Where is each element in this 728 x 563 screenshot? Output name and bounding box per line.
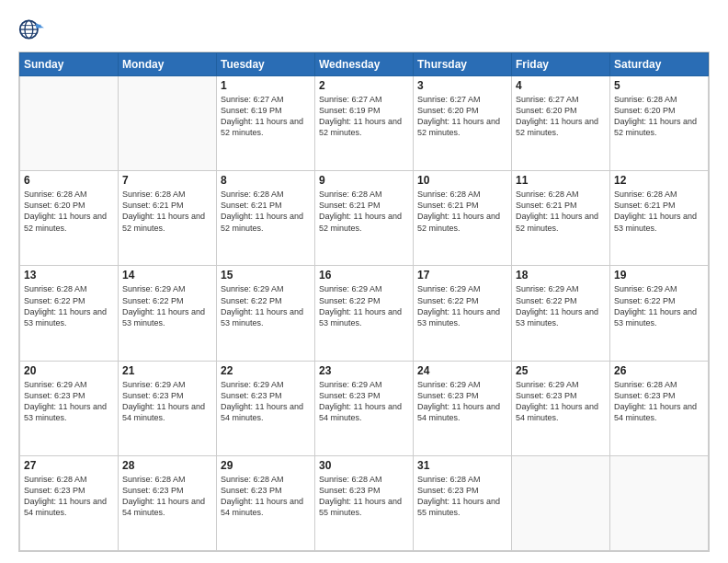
day-number: 1 <box>221 79 311 92</box>
day-info: Sunrise: 6:28 AM Sunset: 6:23 PM Dayligh… <box>122 474 212 519</box>
day-number: 8 <box>221 174 311 187</box>
day-info: Sunrise: 6:28 AM Sunset: 6:23 PM Dayligh… <box>24 474 114 519</box>
day-number: 11 <box>516 174 606 187</box>
day-info: Sunrise: 6:28 AM Sunset: 6:21 PM Dayligh… <box>417 189 507 234</box>
logo <box>18 17 50 42</box>
day-info: Sunrise: 6:29 AM Sunset: 6:23 PM Dayligh… <box>122 379 212 424</box>
calendar-cell <box>20 76 119 171</box>
calendar-cell: 11Sunrise: 6:28 AM Sunset: 6:21 PM Dayli… <box>512 171 610 266</box>
day-info: Sunrise: 6:27 AM Sunset: 6:20 PM Dayligh… <box>417 94 507 139</box>
calendar-cell: 27Sunrise: 6:28 AM Sunset: 6:23 PM Dayli… <box>20 455 119 550</box>
day-number: 21 <box>122 364 212 377</box>
day-number: 14 <box>122 269 212 282</box>
weekday-header: Thursday <box>414 53 512 76</box>
day-info: Sunrise: 6:29 AM Sunset: 6:23 PM Dayligh… <box>319 379 409 424</box>
calendar-cell: 21Sunrise: 6:29 AM Sunset: 6:23 PM Dayli… <box>119 361 217 455</box>
day-number: 20 <box>24 364 114 377</box>
calendar-cell: 14Sunrise: 6:29 AM Sunset: 6:22 PM Dayli… <box>119 266 217 361</box>
calendar-cell: 23Sunrise: 6:29 AM Sunset: 6:23 PM Dayli… <box>315 361 414 455</box>
calendar-cell: 2Sunrise: 6:27 AM Sunset: 6:19 PM Daylig… <box>315 76 414 171</box>
calendar-cell: 17Sunrise: 6:29 AM Sunset: 6:22 PM Dayli… <box>414 266 512 361</box>
day-number: 26 <box>614 364 704 377</box>
calendar-cell: 25Sunrise: 6:29 AM Sunset: 6:23 PM Dayli… <box>512 361 610 455</box>
day-info: Sunrise: 6:29 AM Sunset: 6:22 PM Dayligh… <box>417 283 507 328</box>
calendar-cell: 12Sunrise: 6:28 AM Sunset: 6:21 PM Dayli… <box>610 171 709 266</box>
day-number: 6 <box>24 174 114 187</box>
day-number: 17 <box>417 269 507 282</box>
day-info: Sunrise: 6:27 AM Sunset: 6:19 PM Dayligh… <box>221 94 311 139</box>
day-number: 5 <box>614 79 704 92</box>
day-info: Sunrise: 6:28 AM Sunset: 6:23 PM Dayligh… <box>417 474 507 519</box>
calendar-cell: 15Sunrise: 6:29 AM Sunset: 6:22 PM Dayli… <box>217 266 315 361</box>
logo-icon <box>18 17 44 42</box>
day-number: 31 <box>417 459 507 472</box>
calendar-cell: 7Sunrise: 6:28 AM Sunset: 6:21 PM Daylig… <box>119 171 217 266</box>
day-info: Sunrise: 6:28 AM Sunset: 6:20 PM Dayligh… <box>614 94 704 139</box>
day-info: Sunrise: 6:29 AM Sunset: 6:22 PM Dayligh… <box>516 283 606 328</box>
calendar-cell: 8Sunrise: 6:28 AM Sunset: 6:21 PM Daylig… <box>217 171 315 266</box>
day-number: 22 <box>221 364 311 377</box>
calendar-cell: 30Sunrise: 6:28 AM Sunset: 6:23 PM Dayli… <box>315 455 414 550</box>
day-number: 9 <box>319 174 409 187</box>
weekday-header: Monday <box>119 53 217 76</box>
week-row: 20Sunrise: 6:29 AM Sunset: 6:23 PM Dayli… <box>20 361 709 455</box>
weekday-header: Tuesday <box>217 53 315 76</box>
calendar-table: SundayMondayTuesdayWednesdayThursdayFrid… <box>19 52 709 551</box>
calendar-cell: 9Sunrise: 6:28 AM Sunset: 6:21 PM Daylig… <box>315 171 414 266</box>
svg-rect-7 <box>36 25 40 29</box>
day-number: 15 <box>221 269 311 282</box>
calendar-cell: 10Sunrise: 6:28 AM Sunset: 6:21 PM Dayli… <box>414 171 512 266</box>
calendar-cell: 26Sunrise: 6:28 AM Sunset: 6:23 PM Dayli… <box>610 361 709 455</box>
day-info: Sunrise: 6:28 AM Sunset: 6:21 PM Dayligh… <box>221 189 311 234</box>
calendar-cell: 13Sunrise: 6:28 AM Sunset: 6:22 PM Dayli… <box>20 266 119 361</box>
calendar-cell: 4Sunrise: 6:27 AM Sunset: 6:20 PM Daylig… <box>512 76 610 171</box>
day-info: Sunrise: 6:28 AM Sunset: 6:23 PM Dayligh… <box>221 474 311 519</box>
day-number: 13 <box>24 269 114 282</box>
day-number: 10 <box>417 174 507 187</box>
day-info: Sunrise: 6:28 AM Sunset: 6:20 PM Dayligh… <box>24 189 114 234</box>
day-info: Sunrise: 6:29 AM Sunset: 6:23 PM Dayligh… <box>221 379 311 424</box>
page: SundayMondayTuesdayWednesdayThursdayFrid… <box>0 0 728 563</box>
day-info: Sunrise: 6:28 AM Sunset: 6:21 PM Dayligh… <box>122 189 212 234</box>
weekday-header: Sunday <box>20 53 119 76</box>
day-info: Sunrise: 6:29 AM Sunset: 6:22 PM Dayligh… <box>221 283 311 328</box>
calendar-cell: 19Sunrise: 6:29 AM Sunset: 6:22 PM Dayli… <box>610 266 709 361</box>
calendar-cell: 3Sunrise: 6:27 AM Sunset: 6:20 PM Daylig… <box>414 76 512 171</box>
calendar-cell: 16Sunrise: 6:29 AM Sunset: 6:22 PM Dayli… <box>315 266 414 361</box>
day-number: 24 <box>417 364 507 377</box>
day-info: Sunrise: 6:29 AM Sunset: 6:23 PM Dayligh… <box>516 379 606 424</box>
day-number: 4 <box>516 79 606 92</box>
day-info: Sunrise: 6:27 AM Sunset: 6:20 PM Dayligh… <box>516 94 606 139</box>
day-number: 19 <box>614 269 704 282</box>
day-info: Sunrise: 6:29 AM Sunset: 6:22 PM Dayligh… <box>614 283 704 328</box>
week-row: 13Sunrise: 6:28 AM Sunset: 6:22 PM Dayli… <box>20 266 709 361</box>
calendar-cell <box>610 455 709 550</box>
day-info: Sunrise: 6:28 AM Sunset: 6:21 PM Dayligh… <box>614 189 704 234</box>
day-info: Sunrise: 6:28 AM Sunset: 6:23 PM Dayligh… <box>614 379 704 424</box>
weekday-header: Wednesday <box>315 53 414 76</box>
day-number: 2 <box>319 79 409 92</box>
calendar-cell: 22Sunrise: 6:29 AM Sunset: 6:23 PM Dayli… <box>217 361 315 455</box>
weekday-header-row: SundayMondayTuesdayWednesdayThursdayFrid… <box>20 53 709 76</box>
day-number: 28 <box>122 459 212 472</box>
day-number: 25 <box>516 364 606 377</box>
day-number: 12 <box>614 174 704 187</box>
day-info: Sunrise: 6:29 AM Sunset: 6:22 PM Dayligh… <box>319 283 409 328</box>
day-info: Sunrise: 6:27 AM Sunset: 6:19 PM Dayligh… <box>319 94 409 139</box>
calendar-cell: 31Sunrise: 6:28 AM Sunset: 6:23 PM Dayli… <box>414 455 512 550</box>
day-info: Sunrise: 6:28 AM Sunset: 6:21 PM Dayligh… <box>516 189 606 234</box>
day-info: Sunrise: 6:29 AM Sunset: 6:22 PM Dayligh… <box>122 283 212 328</box>
day-number: 30 <box>319 459 409 472</box>
calendar-cell: 18Sunrise: 6:29 AM Sunset: 6:22 PM Dayli… <box>512 266 610 361</box>
week-row: 27Sunrise: 6:28 AM Sunset: 6:23 PM Dayli… <box>20 455 709 550</box>
day-number: 3 <box>417 79 507 92</box>
calendar-cell <box>119 76 217 171</box>
day-number: 7 <box>122 174 212 187</box>
calendar-cell: 5Sunrise: 6:28 AM Sunset: 6:20 PM Daylig… <box>610 76 709 171</box>
day-number: 29 <box>221 459 311 472</box>
day-info: Sunrise: 6:29 AM Sunset: 6:23 PM Dayligh… <box>24 379 114 424</box>
day-number: 27 <box>24 459 114 472</box>
week-row: 6Sunrise: 6:28 AM Sunset: 6:20 PM Daylig… <box>20 171 709 266</box>
day-number: 16 <box>319 269 409 282</box>
calendar-cell: 20Sunrise: 6:29 AM Sunset: 6:23 PM Dayli… <box>20 361 119 455</box>
